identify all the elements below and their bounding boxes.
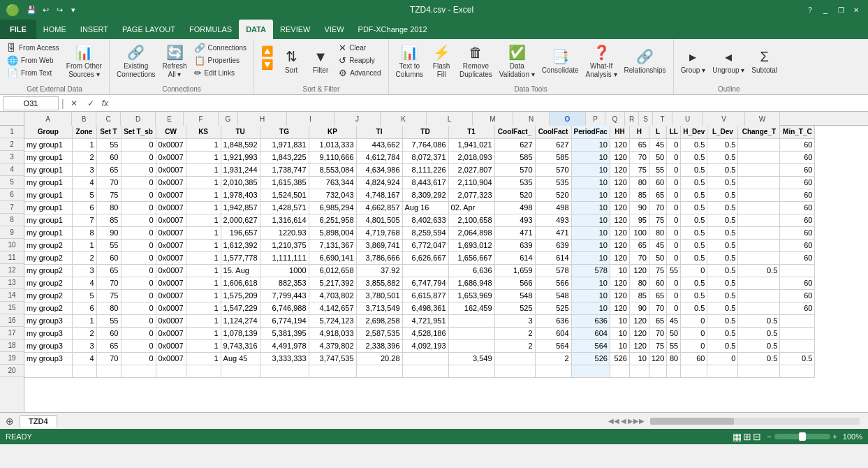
cell-M13[interactable]: 566 [494,277,535,289]
cell-N9[interactable]: 471 [535,226,571,239]
cell-P12[interactable]: 10 [610,264,629,277]
cell-K18[interactable]: 4,092,193 [402,339,448,352]
tab-page-layout[interactable]: PAGE LAYOUT [115,20,182,39]
cell-H5[interactable]: 1,615,385 [260,176,309,189]
data-validation-button[interactable]: ✅ DataValidation ▾ [496,42,538,81]
cell-M1[interactable]: CoolFact_ [494,126,535,138]
cell-C2[interactable]: 55 [96,138,121,151]
cell-T17[interactable]: 0 [681,327,707,339]
cell-B20[interactable] [72,365,96,377]
cell-L17[interactable] [448,327,494,339]
cell-T19[interactable]: 60 [681,352,707,365]
cell-N17[interactable]: 604 [535,327,571,339]
cell-C4[interactable]: 65 [96,163,121,176]
cell-F17[interactable]: 1 [186,327,221,339]
cell-V13[interactable] [738,277,780,289]
cell-R15[interactable]: 70 [649,302,666,314]
cell-V4[interactable] [738,163,780,176]
cell-T6[interactable]: 0.5 [681,189,707,201]
cell-S8[interactable]: 0 [667,214,681,226]
cell-P13[interactable]: 120 [610,277,629,289]
cell-H14[interactable]: 7,799,443 [260,289,309,302]
cell-C1[interactable]: Set T [96,126,121,138]
cell-N19[interactable]: 2 [535,352,571,365]
cell-F1[interactable]: KS [186,126,221,138]
advanced-button[interactable]: ⚙ Advanced [336,67,383,79]
cell-J18[interactable]: 2,338,396 [356,339,402,352]
cell-K19[interactable] [402,352,448,365]
cell-H11[interactable]: 1,111,111 [260,251,309,264]
cell-I2[interactable]: 1,013,333 [309,138,356,151]
cell-P1[interactable]: HH [610,126,629,138]
cell-B11[interactable]: 2 [72,251,96,264]
cell-D5[interactable]: 0 [121,176,156,189]
cell-W15[interactable]: 60 [780,302,815,314]
cell-T5[interactable]: 0.5 [681,176,707,189]
cell-A2[interactable]: my group1 [24,138,72,151]
cell-A7[interactable]: my group1 [24,201,72,214]
cell-F9[interactable]: 1 [186,226,221,239]
cell-V15[interactable] [738,302,780,314]
cell-D9[interactable]: 0 [121,226,156,239]
formula-input[interactable] [112,96,865,110]
cell-T12[interactable]: 0 [681,264,707,277]
row-header-2[interactable]: 2 [0,138,24,151]
cell-M2[interactable]: 627 [494,138,535,151]
col-header-E[interactable]: E [156,112,184,126]
cell-E2[interactable]: 0x0007 [156,138,186,151]
cell-Q18[interactable]: 120 [629,339,649,352]
zoom-thumb[interactable] [799,432,806,441]
subtotal-button[interactable]: Σ Subtotal [749,42,780,81]
row-header-15[interactable]: 15 [0,302,24,314]
cell-I6[interactable]: 732,043 [309,189,356,201]
cell-J8[interactable]: 4,801,505 [356,214,402,226]
cell-T11[interactable]: 0.5 [681,251,707,264]
customize-qa-btn[interactable]: ▾ [67,3,80,16]
cell-D11[interactable]: 0 [121,251,156,264]
cell-E17[interactable]: 0x0007 [156,327,186,339]
cell-S10[interactable]: 0 [667,239,681,251]
cell-P9[interactable]: 120 [610,226,629,239]
cell-P3[interactable]: 120 [610,151,629,163]
cell-P17[interactable]: 10 [610,327,629,339]
cell-J13[interactable]: 3,855,882 [356,277,402,289]
cell-D4[interactable]: 0 [121,163,156,176]
cell-B6[interactable]: 5 [72,189,96,201]
col-header-K[interactable]: K [381,112,427,126]
row-header-18[interactable]: 18 [0,339,24,352]
scroll-right-btn[interactable]: ▶▶ [633,417,645,425]
cell-C20[interactable] [96,365,121,377]
cell-G4[interactable]: 1,931,244 [221,163,260,176]
cell-I17[interactable]: 4,918,033 [309,327,356,339]
col-header-T[interactable]: T [653,112,672,126]
cell-Q4[interactable]: 75 [629,163,649,176]
cell-V18[interactable]: 0.5 [738,339,780,352]
col-header-C[interactable]: C [96,112,121,126]
cell-A15[interactable]: my group2 [24,302,72,314]
cell-G10[interactable]: 1,612,392 [221,239,260,251]
tab-pdf-xchange[interactable]: PDF-XChange 2012 [351,20,434,39]
cell-Q6[interactable]: 85 [629,189,649,201]
cell-F18[interactable]: 1 [186,339,221,352]
cell-N20[interactable] [535,365,571,377]
cell-E9[interactable]: 0x0007 [156,226,186,239]
existing-connections-button[interactable]: 🔗 ExistingConnections [114,42,159,81]
col-header-G[interactable]: G [219,112,238,126]
cell-E11[interactable]: 0x0007 [156,251,186,264]
cell-U17[interactable]: 0.5 [707,327,738,339]
row-header-20[interactable]: 20 [0,365,24,377]
cell-U15[interactable]: 0.5 [707,302,738,314]
cell-K20[interactable] [402,365,448,377]
cell-M7[interactable]: 498 [494,201,535,214]
cell-M12[interactable]: 1,659 [494,264,535,277]
cell-T3[interactable]: 0.5 [681,151,707,163]
cell-G7[interactable]: 1,942,857 [221,201,260,214]
cell-H6[interactable]: 1,524,501 [260,189,309,201]
cell-M14[interactable]: 548 [494,289,535,302]
cell-G8[interactable]: 2,000,627 [221,214,260,226]
cell-T2[interactable]: 0.5 [681,138,707,151]
cell-I1[interactable]: KP [309,126,356,138]
cell-W17[interactable] [780,327,815,339]
col-header-O[interactable]: O [550,112,586,126]
cell-G1[interactable]: TU [221,126,260,138]
